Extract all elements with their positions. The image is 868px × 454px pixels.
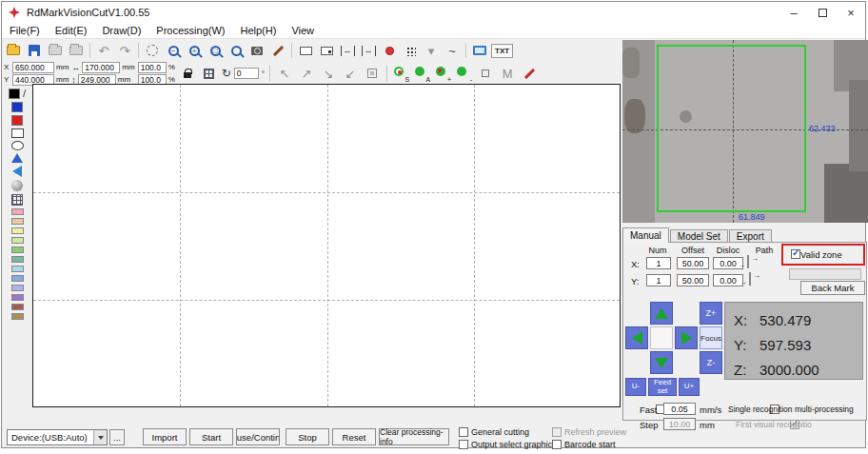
palette-swatch[interactable]	[11, 247, 24, 253]
menu-edit[interactable]: Edit(E)	[48, 25, 95, 36]
x-num-input[interactable]: 1	[646, 257, 671, 269]
align-se-button[interactable]: ↘	[319, 64, 338, 83]
polygon-left-tool[interactable]	[12, 166, 22, 177]
tab-export[interactable]: Export	[729, 229, 772, 243]
sphere-tool[interactable]	[11, 180, 23, 191]
pause-continue-button[interactable]: Pause/Continue	[236, 428, 280, 445]
palette-swatch[interactable]	[11, 266, 24, 272]
open-button[interactable]	[4, 41, 23, 60]
import-button[interactable]: Import	[143, 428, 187, 445]
array-dropdown[interactable]: ▾	[422, 41, 441, 60]
focus-button[interactable]: Focus	[700, 326, 722, 349]
palette-swatch[interactable]	[11, 294, 24, 301]
measure-center-button[interactable]: ↔	[359, 41, 378, 60]
array-tool[interactable]	[11, 194, 23, 206]
jog-left-button[interactable]	[625, 326, 648, 349]
x-path-selector[interactable]	[747, 255, 749, 268]
text-tool-button[interactable]: TXT	[491, 44, 513, 58]
lock-ratio-button[interactable]	[178, 64, 197, 83]
back-mark-button[interactable]: Back Mark	[800, 281, 865, 295]
small-square-button[interactable]	[476, 64, 495, 83]
valid-zone-checkbox[interactable]	[791, 249, 800, 259]
close-button[interactable]: ×	[837, 2, 865, 23]
z-minus-button[interactable]: Z-	[700, 351, 722, 374]
palette-swatch[interactable]	[11, 218, 24, 225]
x-offset-input[interactable]: 50.00	[677, 257, 709, 269]
color-black-swatch[interactable]	[9, 89, 20, 99]
u-plus-button[interactable]: U+	[679, 378, 700, 396]
save-button[interactable]	[25, 41, 44, 60]
general-cutting-checkbox[interactable]	[459, 427, 468, 437]
align-center-button[interactable]	[363, 64, 382, 83]
rotate-input[interactable]: 0	[234, 68, 259, 79]
zoom-in-button[interactable]: +	[185, 41, 204, 60]
line-tool[interactable]: /	[23, 88, 26, 99]
zoom-window-button[interactable]: □	[206, 41, 225, 60]
device-select[interactable]: Device:(USB:Auto)	[7, 429, 108, 445]
picker-button[interactable]	[520, 64, 539, 83]
color-blue-swatch[interactable]	[11, 102, 23, 112]
polygon-tool[interactable]	[11, 153, 23, 163]
width-input[interactable]: 170.000	[82, 62, 120, 73]
palette-swatch[interactable]	[11, 237, 24, 244]
z-plus-button[interactable]: Z+	[700, 302, 722, 325]
spot-start-button[interactable]: S	[392, 65, 410, 83]
jog-down-button[interactable]	[650, 351, 673, 374]
mark-rect-button[interactable]	[317, 41, 336, 60]
measure-width-button[interactable]: ↔	[338, 41, 357, 60]
palette-swatch[interactable]	[11, 256, 24, 263]
stop-button[interactable]: Stop	[286, 428, 329, 445]
frame-rect-button[interactable]	[296, 41, 315, 60]
jog-up-button[interactable]	[650, 302, 673, 325]
array-button[interactable]	[401, 41, 420, 60]
maximize-button[interactable]	[808, 2, 837, 23]
spot-add-button[interactable]: +	[434, 65, 452, 83]
camera-preview[interactable]: 62.433 61.849	[622, 40, 868, 223]
export-file-button[interactable]	[67, 41, 86, 60]
u-minus-button[interactable]: U-	[625, 378, 646, 396]
fast-speed-input[interactable]: 0.05	[663, 403, 696, 415]
array-setup-button[interactable]	[200, 64, 219, 83]
spot-anchor-button[interactable]: A	[413, 65, 431, 83]
curve-button[interactable]: ~	[443, 41, 462, 60]
clear-processing-button[interactable]: Clear processing-info	[379, 428, 449, 445]
color-red-swatch[interactable]	[11, 115, 23, 126]
palette-swatch[interactable]	[11, 275, 24, 282]
capture-button[interactable]	[247, 41, 266, 60]
align-sw-button[interactable]: ↙	[341, 64, 360, 83]
spot-remove-button[interactable]: -	[455, 65, 473, 83]
y-path-selector[interactable]	[749, 272, 751, 286]
palette-swatch[interactable]	[11, 285, 24, 291]
menu-draw[interactable]: Draw(D)	[94, 25, 148, 36]
scale-x-input[interactable]: 100.0	[138, 62, 167, 73]
device-browse-button[interactable]: ...	[109, 429, 125, 445]
pen-path-button[interactable]	[268, 41, 287, 60]
undo-button[interactable]: ↶	[94, 41, 113, 60]
reset-button[interactable]: Reset	[332, 428, 376, 445]
device-dropdown-arrow[interactable]	[93, 430, 107, 444]
ellipse-tool[interactable]	[11, 141, 24, 150]
monitor-button[interactable]	[470, 41, 489, 60]
import-file-button[interactable]	[46, 41, 65, 60]
menu-help[interactable]: Help(H)	[232, 25, 284, 36]
output-select-checkbox[interactable]	[459, 440, 468, 449]
jog-right-button[interactable]	[675, 326, 698, 349]
x-pos-input[interactable]: 650.000	[12, 62, 54, 73]
barcode-start-checkbox[interactable]	[552, 440, 562, 449]
start-button[interactable]: Start	[189, 428, 233, 445]
palette-swatch[interactable]	[11, 304, 24, 310]
rectangle-tool[interactable]	[11, 128, 24, 138]
y-offset-input[interactable]: 50.00	[677, 274, 709, 286]
zoom-extent-button[interactable]	[227, 41, 246, 60]
redo-button[interactable]: ↷	[115, 41, 134, 60]
mark-m-button[interactable]: M	[498, 64, 517, 83]
palette-swatch[interactable]	[11, 227, 24, 234]
y-num-input[interactable]: 1	[646, 274, 671, 286]
align-ne-button[interactable]: ↗	[297, 64, 316, 83]
minimize-button[interactable]: –	[779, 2, 808, 23]
drawing-canvas[interactable]	[32, 84, 621, 407]
tab-model-set[interactable]: Model Set	[670, 229, 728, 243]
palette-swatch[interactable]	[11, 208, 24, 215]
menu-view[interactable]: View	[284, 25, 322, 36]
palette-swatch[interactable]	[11, 313, 24, 320]
